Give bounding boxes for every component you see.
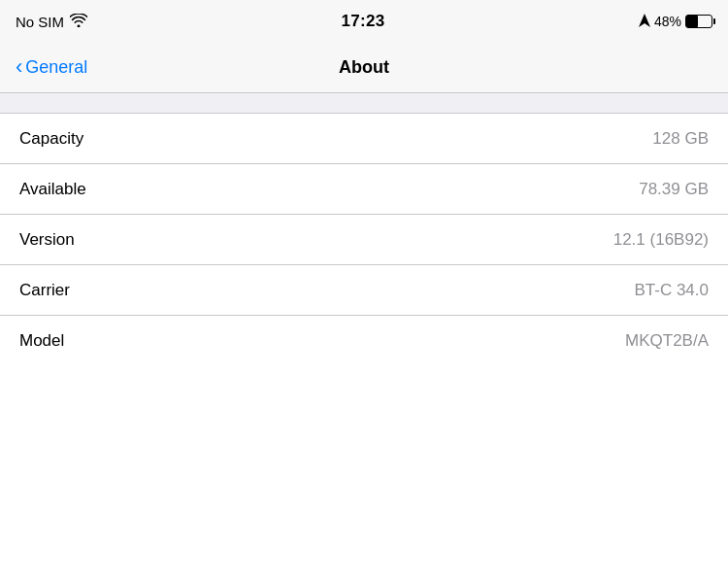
location-icon bbox=[639, 14, 650, 30]
section-gap-top bbox=[0, 93, 728, 113]
status-time: 17:23 bbox=[342, 12, 385, 31]
table-row: Version12.1 (16B92) bbox=[0, 215, 728, 265]
row-label: Version bbox=[19, 230, 75, 250]
no-sim-label: No SIM bbox=[16, 14, 64, 30]
table-row: Capacity128 GB bbox=[0, 114, 728, 164]
chevron-left-icon: ‹ bbox=[16, 56, 22, 78]
back-label: General bbox=[25, 57, 87, 78]
status-left: No SIM bbox=[16, 14, 87, 30]
page-title: About bbox=[339, 57, 389, 78]
row-value: 128 GB bbox=[652, 129, 709, 149]
wifi-icon bbox=[70, 14, 87, 30]
battery-icon bbox=[685, 15, 712, 28]
table-row: ModelMKQT2B/A bbox=[0, 316, 728, 366]
row-value: 12.1 (16B92) bbox=[613, 230, 709, 250]
table-row: Available78.39 GB bbox=[0, 164, 728, 215]
row-label: Available bbox=[19, 180, 86, 199]
row-value: MKQT2B/A bbox=[625, 331, 709, 351]
row-label: Carrier bbox=[19, 281, 70, 300]
row-value: BT-C 34.0 bbox=[634, 281, 709, 300]
back-button[interactable]: ‹ General bbox=[16, 57, 87, 78]
status-bar: No SIM 17:23 48% bbox=[0, 0, 728, 43]
row-label: Capacity bbox=[19, 129, 83, 149]
settings-list: Capacity128 GBAvailable78.39 GBVersion12… bbox=[0, 113, 728, 366]
status-right: 48% bbox=[639, 14, 712, 30]
nav-bar: ‹ General About bbox=[0, 43, 728, 93]
row-value: 78.39 GB bbox=[639, 180, 709, 199]
battery-percent: 48% bbox=[654, 14, 681, 29]
table-row: CarrierBT-C 34.0 bbox=[0, 265, 728, 316]
row-label: Model bbox=[19, 331, 64, 351]
